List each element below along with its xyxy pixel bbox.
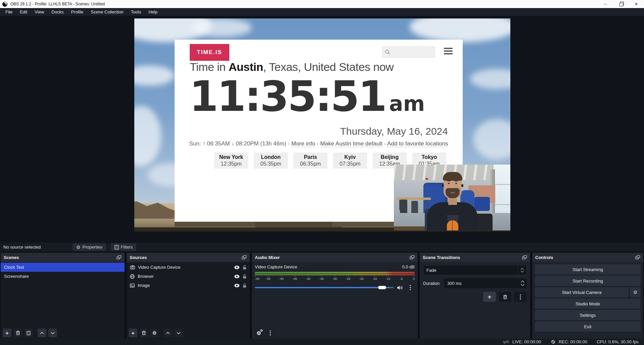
sources-toolbar: + ⚙ <box>127 327 250 339</box>
scene-item-screenshare[interactable]: Screenshare <box>1 272 125 281</box>
advanced-audio-button[interactable]: ⚙⚙ <box>255 329 263 337</box>
volume-slider-handle[interactable] <box>378 286 386 289</box>
camera-icon <box>130 265 135 269</box>
scenes-dock-header[interactable]: Scenes <box>1 253 125 262</box>
mixer-channel-name: Video Capture Device <box>255 264 297 269</box>
start-recording-button[interactable]: Start Recording <box>535 276 641 286</box>
mixer-channel: Video Capture Device 0.0 dB -60 -55 -50 … <box>252 262 418 327</box>
cloud-decoration <box>191 18 252 37</box>
volume-meter: -60 -55 -50 -45 -40 -35 -30 -25 -20 -15 … <box>255 272 415 281</box>
program-canvas[interactable]: TIME.IS Time in Austin, Texas, United St… <box>134 18 510 231</box>
chevron-up-icon <box>166 332 170 334</box>
popout-icon[interactable] <box>242 255 247 260</box>
search-input[interactable] <box>390 47 435 57</box>
menu-file[interactable]: File <box>2 8 16 16</box>
audio-mixer-dock: Audio Mixer Video Capture Device 0.0 dB … <box>252 253 418 339</box>
transition-select[interactable]: Fade <box>423 265 527 275</box>
sources-dock: Sources Video Capture Device <box>127 253 250 339</box>
more-info-link[interactable]: More info <box>291 140 315 147</box>
popout-icon[interactable] <box>635 255 640 260</box>
popout-icon[interactable] <box>117 255 122 260</box>
menu-edit[interactable]: Edit <box>16 8 31 16</box>
move-scene-up-button[interactable] <box>38 329 46 337</box>
city-paris[interactable]: Paris 06:35pm <box>293 153 327 169</box>
city-kyiv[interactable]: Kyiv 07:35pm <box>333 153 367 169</box>
start-virtual-camera-button[interactable]: Start Virtual Camera <box>535 287 629 297</box>
filters-icon <box>114 245 119 250</box>
speaker-icon[interactable] <box>397 285 403 290</box>
studio-mode-button[interactable]: Studio Mode <box>535 299 641 309</box>
menu-scene-collection[interactable]: Scene Collection <box>87 8 127 16</box>
trash-icon <box>142 331 146 335</box>
properties-button[interactable]: ⚙ Properties <box>73 243 106 251</box>
transition-properties-button[interactable] <box>514 292 527 302</box>
cloud-decoration <box>134 66 175 86</box>
preview-area[interactable]: TIME.IS Time in Austin, Texas, United St… <box>0 16 644 243</box>
volume-slider[interactable] <box>255 286 394 290</box>
timeis-logo[interactable]: TIME.IS <box>190 44 229 61</box>
remove-scene-button[interactable] <box>13 329 22 337</box>
lock-icon[interactable] <box>243 274 246 279</box>
minimize-button[interactable]: ─ <box>598 0 613 8</box>
cpu-fps-stats: CPU: 0.6%, 30.00 fps <box>597 339 639 344</box>
menu-bar: File Edit View Docks Profile Scene Colle… <box>0 8 644 16</box>
move-source-down-button[interactable] <box>174 329 183 337</box>
popout-icon[interactable] <box>410 255 415 260</box>
settings-button[interactable]: Settings <box>535 310 641 320</box>
trash-icon <box>16 331 20 335</box>
source-item-image[interactable]: Image <box>127 281 250 290</box>
remove-source-button[interactable] <box>139 329 148 337</box>
visibility-eye-icon[interactable] <box>234 274 240 278</box>
sources-dock-header[interactable]: Sources <box>127 253 250 262</box>
add-source-button[interactable]: + <box>129 329 137 337</box>
source-item-video-capture[interactable]: Video Capture Device <box>127 263 250 272</box>
virtual-camera-config-button[interactable]: ⚙ <box>630 287 641 297</box>
duration-spinbox[interactable]: 300 ms <box>444 278 527 288</box>
scene-transitions-dock: Scene Transitions Fade Duration 300 ms <box>420 253 530 339</box>
scene-item-clock-test[interactable]: Clock Test <box>1 263 125 272</box>
popout-icon[interactable] <box>522 255 527 260</box>
visibility-eye-icon[interactable] <box>234 265 240 269</box>
add-scene-button[interactable]: + <box>3 329 11 337</box>
menu-help[interactable]: Help <box>145 8 161 16</box>
add-transition-button[interactable]: + <box>483 292 496 302</box>
spin-up-icon[interactable] <box>521 281 524 283</box>
menu-profile[interactable]: Profile <box>67 8 87 16</box>
filters-button[interactable]: Filters <box>111 243 136 251</box>
city-london[interactable]: London 05:35pm <box>254 153 288 169</box>
city-newyork[interactable]: New York 12:35pm <box>214 153 248 169</box>
scene-filters-button[interactable] <box>24 329 33 337</box>
controls-dock-header[interactable]: Controls <box>532 253 643 262</box>
window-title: OBS 29.1.2 - Profile: LLHLS BETA - Scene… <box>10 2 105 6</box>
lock-icon[interactable] <box>243 265 246 270</box>
remove-transition-button[interactable] <box>499 292 511 302</box>
globe-icon <box>130 274 135 279</box>
source-item-browser[interactable]: Browser <box>127 272 250 281</box>
combo-arrows[interactable] <box>518 265 526 275</box>
move-source-up-button[interactable] <box>164 329 172 337</box>
hamburger-menu-icon[interactable] <box>444 48 453 54</box>
lock-icon[interactable] <box>243 283 246 288</box>
menu-docks[interactable]: Docks <box>48 8 67 16</box>
mixer-channel-menu-button[interactable] <box>406 283 415 292</box>
mixer-menu-button[interactable] <box>266 329 275 337</box>
make-default-link[interactable]: Make Austin time default <box>320 140 382 147</box>
cloud-decoration <box>410 18 510 42</box>
search-box[interactable] <box>382 46 435 58</box>
source-properties-button[interactable]: ⚙ <box>150 329 159 337</box>
menu-tools[interactable]: Tools <box>127 8 145 16</box>
live-clock: 11:35:51 am <box>189 72 425 121</box>
restore-button[interactable] <box>613 0 629 8</box>
rec-time: REC: 00:00:00 <box>559 339 587 344</box>
spin-down-icon[interactable] <box>521 284 524 286</box>
start-streaming-button[interactable]: Start Streaming <box>535 264 641 274</box>
audio-mixer-dock-header[interactable]: Audio Mixer <box>252 253 418 262</box>
visibility-eye-icon[interactable] <box>234 284 240 288</box>
close-button[interactable]: ✕ <box>629 0 644 8</box>
kebab-menu-icon <box>520 294 521 300</box>
add-favorite-link[interactable]: Add to favorite locations <box>387 140 448 147</box>
menu-view[interactable]: View <box>31 8 48 16</box>
exit-button[interactable]: Exit <box>535 321 641 332</box>
move-scene-down-button[interactable] <box>48 329 57 337</box>
scene-transitions-dock-header[interactable]: Scene Transitions <box>420 253 530 262</box>
